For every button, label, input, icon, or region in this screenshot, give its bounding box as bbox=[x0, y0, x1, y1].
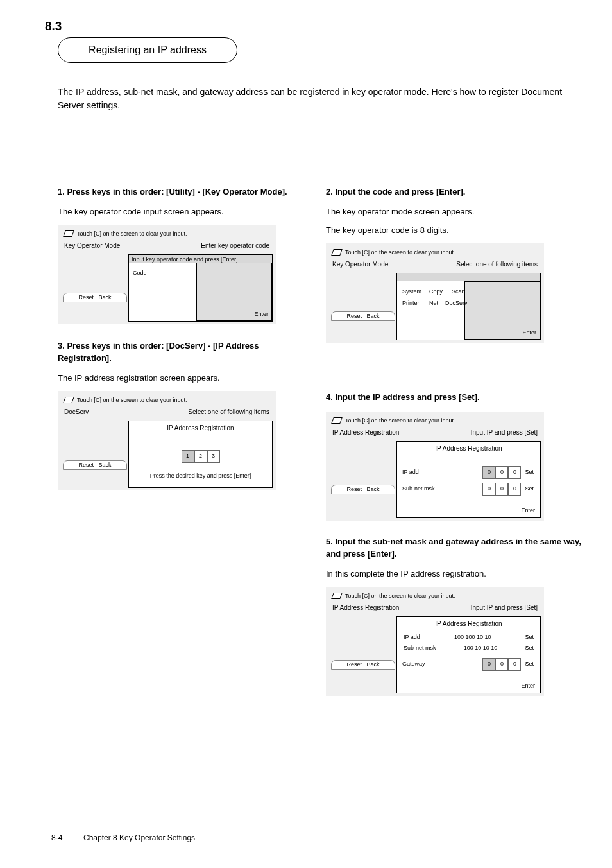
step-2-item-scan[interactable]: Scan bbox=[452, 288, 465, 296]
step-3-clear-label: Touch [C] on the screen to clear your in… bbox=[77, 396, 187, 404]
step-5-row1-set[interactable]: Set bbox=[525, 633, 534, 641]
step-2-note: The key operator code is 8 digits. bbox=[326, 225, 582, 237]
step-2-item-docserv[interactable]: DocServ bbox=[445, 299, 468, 308]
step-2-mode-left: Key Operator Mode bbox=[332, 260, 388, 270]
step-3-reset-pill[interactable]: Reset Back bbox=[63, 460, 127, 470]
step-5-screen: Touch [C] on the screen to clear your in… bbox=[326, 587, 544, 696]
page-number: 8-4 bbox=[51, 833, 62, 842]
eraser-icon bbox=[331, 593, 343, 599]
step-5-reset-pill[interactable]: Reset Back bbox=[331, 660, 395, 670]
step-2-screen: Touch [C] on the screen to clear your in… bbox=[326, 243, 544, 343]
step-3-key-3[interactable]: 3 bbox=[207, 450, 220, 463]
step-4-row1-k3[interactable]: 0 bbox=[508, 466, 521, 479]
step-5-mode-right: Input IP and press [Set] bbox=[471, 603, 538, 613]
step-2-clear-label: Touch [C] on the screen to clear your in… bbox=[345, 248, 455, 257]
eraser-icon bbox=[63, 230, 74, 237]
step-3-key-1[interactable]: 1 bbox=[182, 450, 194, 463]
step-2-desc: The key operator mode screen appears. bbox=[326, 206, 582, 218]
step-1-enter[interactable]: Enter bbox=[254, 310, 268, 318]
step-5-row3-k1[interactable]: 0 bbox=[482, 658, 495, 671]
step-2-enter[interactable]: Enter bbox=[522, 329, 536, 337]
step-5-row3-k3[interactable]: 0 bbox=[508, 658, 521, 671]
step-1: 1. Press keys in this order: [Utility] -… bbox=[58, 186, 314, 324]
step-4-row1-set[interactable]: Set bbox=[525, 468, 534, 476]
step-1-field-label: Code bbox=[133, 269, 147, 277]
step-4-row2-label: Sub-net msk bbox=[402, 485, 479, 493]
step-4-mode-right: Input IP and press [Set] bbox=[471, 428, 538, 438]
step-3-popup-title: IP Address Registration bbox=[129, 421, 272, 436]
step-4-panel: IP Address Registration IP add 0 0 0 Set… bbox=[396, 441, 541, 518]
step-5-enter[interactable]: Enter bbox=[521, 682, 535, 690]
step-4-heading: 4. Input the IP address and press [Set]. bbox=[326, 392, 582, 404]
step-1-heading: 1. Press keys in this order: [Utility] -… bbox=[58, 186, 314, 198]
eraser-icon bbox=[331, 417, 343, 424]
step-4: 4. Input the IP address and press [Set].… bbox=[326, 392, 582, 521]
step-1-desc: The key operator code input screen appea… bbox=[58, 206, 314, 218]
step-1-clear-label: Touch [C] on the screen to clear your in… bbox=[77, 230, 187, 238]
step-3-desc: The IP address registration screen appea… bbox=[58, 372, 314, 385]
step-3-mode-right: Select one of following items bbox=[188, 408, 269, 417]
step-4-row1-k1[interactable]: 0 bbox=[482, 466, 495, 479]
step-5-clear-label: Touch [C] on the screen to clear your in… bbox=[345, 592, 455, 600]
step-5-row3-k2[interactable]: 0 bbox=[495, 658, 508, 671]
eraser-icon bbox=[331, 249, 343, 256]
step-5-row3-set[interactable]: Set bbox=[525, 660, 534, 668]
step-1-mode-left: Key Operator Mode bbox=[64, 241, 120, 251]
step-1-reset-pill[interactable]: Reset Back bbox=[63, 293, 127, 302]
step-3: 3. Press keys in this order: [DocServ] -… bbox=[58, 340, 314, 490]
step-5-row1-label: IP add bbox=[404, 633, 420, 641]
step-4-enter[interactable]: Enter bbox=[521, 507, 535, 515]
intro-text: The IP address, sub-net mask, and gatewa… bbox=[58, 85, 571, 112]
step-4-clear-label: Touch [C] on the screen to clear your in… bbox=[345, 417, 455, 425]
step-4-reset-pill[interactable]: Reset Back bbox=[331, 485, 395, 494]
step-3-mode-left: DocServ bbox=[64, 408, 89, 417]
step-5-desc: In this complete the IP address registra… bbox=[326, 568, 582, 580]
step-4-title: IP Address Registration bbox=[397, 442, 540, 456]
step-4-row2-k1[interactable]: 0 bbox=[482, 483, 495, 496]
step-5-row2-set[interactable]: Set bbox=[525, 644, 534, 652]
step-5-row2-label: Sub-net msk bbox=[404, 644, 436, 652]
step-1-mode-right: Enter key operator code bbox=[201, 241, 269, 251]
step-5: 5. Input the sub-net mask and gateway ad… bbox=[326, 536, 582, 696]
step-4-screen: Touch [C] on the screen to clear your in… bbox=[326, 412, 544, 521]
step-2-item-printer[interactable]: Printer bbox=[402, 299, 420, 308]
step-3-submit-hint: Press the desired key and press [Enter] bbox=[129, 472, 272, 480]
step-3-key-row: 1 2 3 bbox=[182, 450, 220, 463]
step-3-heading: 3. Press keys in this order: [DocServ] -… bbox=[58, 340, 314, 365]
step-5-panel: IP Address Registration IP add 100 100 1… bbox=[396, 616, 541, 693]
step-2-item-net[interactable]: Net bbox=[429, 299, 438, 308]
eraser-icon bbox=[63, 397, 74, 403]
step-2-mode-right: Select one of following items bbox=[456, 260, 538, 270]
step-1-screen: Touch [C] on the screen to clear your in… bbox=[58, 225, 276, 324]
step-5-row3-label: Gateway bbox=[402, 660, 479, 668]
step-4-mode-left: IP Address Registration bbox=[332, 428, 399, 438]
step-5-heading: 5. Input the sub-net mask and gateway ad… bbox=[326, 536, 582, 560]
step-5-row2-val: 100 10 10 10 bbox=[464, 644, 498, 652]
step-5-mode-left: IP Address Registration bbox=[332, 603, 399, 613]
step-5-title: IP Address Registration bbox=[397, 617, 540, 632]
section-title: Registering an IP address bbox=[58, 37, 237, 63]
step-3-panel: IP Address Registration 1 2 3 Press the … bbox=[128, 421, 273, 488]
step-3-screen: Touch [C] on the screen to clear your in… bbox=[58, 391, 276, 490]
step-4-row2-k3[interactable]: 0 bbox=[508, 483, 521, 496]
step-2-reset-pill[interactable]: Reset Back bbox=[331, 311, 395, 321]
step-2-item-system[interactable]: System bbox=[402, 288, 421, 296]
step-4-row2-set[interactable]: Set bbox=[525, 485, 534, 493]
step-4-row1-k2[interactable]: 0 bbox=[495, 466, 508, 479]
step-2-panel: System Copy Scan Printer Net DocServ Ent… bbox=[396, 273, 541, 340]
step-5-row1-val: 100 100 10 10 bbox=[454, 633, 491, 641]
step-4-row1-label: IP add bbox=[402, 468, 479, 476]
step-3-key-2[interactable]: 2 bbox=[194, 450, 207, 463]
step-2-item-copy[interactable]: Copy bbox=[429, 288, 443, 296]
step-4-row2-k2[interactable]: 0 bbox=[495, 483, 508, 496]
step-2: 2. Input the code and press [Enter]. The… bbox=[326, 186, 582, 343]
step-2-heading: 2. Input the code and press [Enter]. bbox=[326, 186, 582, 198]
section-number: 8.3 bbox=[45, 19, 62, 33]
step-1-panel: Input key operator code and press [Enter… bbox=[128, 254, 273, 322]
chapter-footer: Chapter 8 Key Operator Settings bbox=[83, 833, 195, 842]
